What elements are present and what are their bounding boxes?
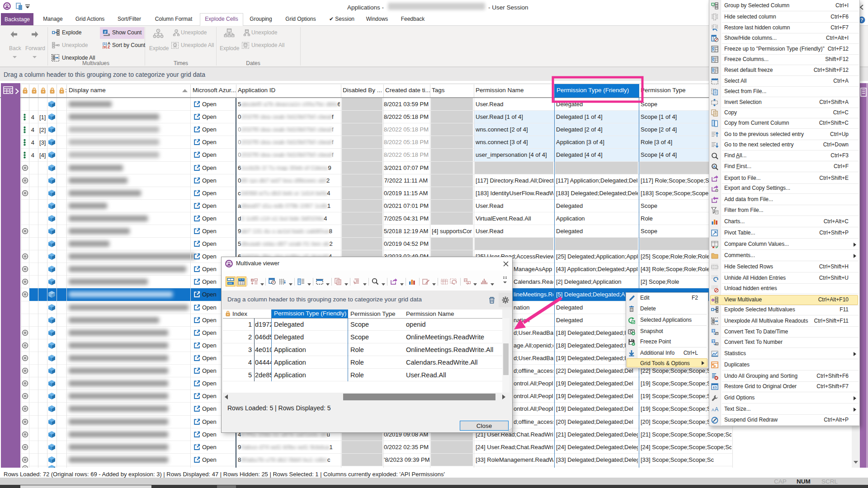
svg-text:A: A	[715, 406, 718, 413]
svg-text:1: 1	[716, 343, 717, 345]
svg-text:?: ?	[860, 17, 863, 23]
svg-text:[9]: [9]	[103, 45, 107, 49]
svg-text:A: A	[712, 408, 714, 412]
svg-text:T: T	[465, 278, 467, 282]
svg-text:T: T	[712, 329, 715, 333]
svg-text:Z: Z	[108, 45, 110, 49]
svg-text:T: T	[712, 339, 715, 343]
svg-text:E5: E5	[713, 386, 717, 389]
svg-text:A: A	[713, 164, 716, 169]
svg-text:#: #	[104, 30, 106, 34]
